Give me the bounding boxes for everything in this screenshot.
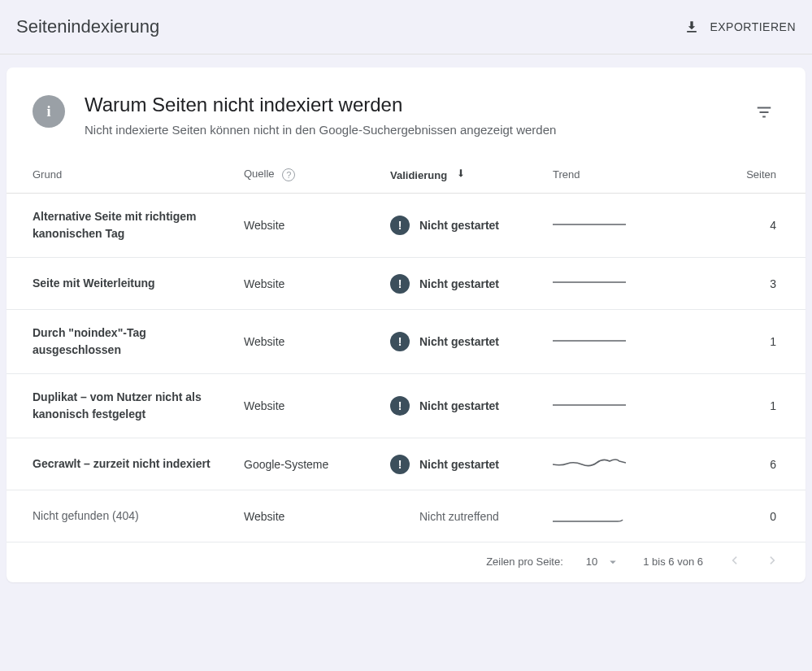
trend-sparkline xyxy=(543,438,673,490)
card-subtitle: Nicht indexierte Seiten können nicht in … xyxy=(85,123,729,137)
validation-label: Nicht zutreffend xyxy=(390,510,533,523)
exclamation-icon: ! xyxy=(390,332,410,351)
col-validation[interactable]: Validierung xyxy=(380,156,543,194)
source-text: Website xyxy=(234,194,380,258)
reasons-table: Grund Quelle ? Validierung Trend Seiten … xyxy=(7,156,805,542)
info-icon: i xyxy=(33,95,65,128)
validation-label: Nicht gestartet xyxy=(419,458,499,471)
trend-sparkline xyxy=(543,258,673,310)
exclamation-icon: ! xyxy=(390,216,410,235)
validation-cell: !Nicht gestartet xyxy=(390,216,533,235)
reason-text: Gecrawlt – zurzeit nicht indexiert xyxy=(33,455,219,473)
validation-cell: !Nicht gestartet xyxy=(390,332,533,351)
card-title: Warum Seiten nicht indexiert werden xyxy=(85,94,729,116)
validation-cell: !Nicht gestartet xyxy=(390,396,533,416)
pages-count: 1 xyxy=(673,310,805,374)
card-header: i Warum Seiten nicht indexiert werden Ni… xyxy=(7,68,805,156)
indexing-reasons-card: i Warum Seiten nicht indexiert werden Ni… xyxy=(7,68,805,582)
table-row[interactable]: Nicht gefunden (404)WebsiteNicht zutreff… xyxy=(7,490,805,542)
export-button[interactable]: EXPORTIEREN xyxy=(684,19,796,35)
pages-count: 3 xyxy=(673,258,805,310)
pages-count: 6 xyxy=(673,438,805,490)
chevron-right-icon xyxy=(765,552,781,569)
filter-button[interactable] xyxy=(749,97,779,131)
trend-sparkline xyxy=(543,490,673,542)
download-icon xyxy=(684,19,700,35)
export-label: EXPORTIEREN xyxy=(710,20,796,33)
validation-label: Nicht gestartet xyxy=(419,335,499,348)
col-reason[interactable]: Grund xyxy=(7,156,234,194)
col-source[interactable]: Quelle ? xyxy=(234,156,380,194)
reason-text: Seite mit Weiterleitung xyxy=(33,275,219,292)
source-text: Google-Systeme xyxy=(234,438,380,490)
pages-count: 4 xyxy=(673,194,805,258)
col-trend: Trend xyxy=(543,156,673,194)
col-pages[interactable]: Seiten xyxy=(673,156,805,194)
table-row[interactable]: Seite mit WeiterleitungWebsite!Nicht ges… xyxy=(7,258,805,310)
trend-sparkline xyxy=(543,194,673,258)
filter-icon xyxy=(755,103,773,121)
pages-count: 1 xyxy=(673,374,805,438)
table-row[interactable]: Alternative Seite mit richtigem kanonisc… xyxy=(7,194,805,258)
table-row[interactable]: Durch "noindex"-Tag ausgeschlossenWebsit… xyxy=(7,310,805,374)
trend-sparkline xyxy=(543,374,673,438)
pagination-range: 1 bis 6 von 6 xyxy=(643,556,703,568)
pages-count: 0 xyxy=(673,490,805,542)
rows-per-page-label: Zeilen pro Seite: xyxy=(486,556,563,568)
source-text: Website xyxy=(234,490,380,542)
reason-text: Alternative Seite mit richtigem kanonisc… xyxy=(33,208,219,242)
source-text: Website xyxy=(234,258,380,310)
help-icon[interactable]: ? xyxy=(282,168,295,181)
prev-page-button[interactable] xyxy=(726,552,742,571)
reason-text: Nicht gefunden (404) xyxy=(33,508,219,525)
exclamation-icon: ! xyxy=(390,455,410,474)
validation-label: Nicht gestartet xyxy=(419,399,499,412)
reason-text: Duplikat – vom Nutzer nicht als kanonisc… xyxy=(33,389,219,423)
reason-text: Durch "noindex"-Tag ausgeschlossen xyxy=(33,325,219,359)
rows-per-page-value: 10 xyxy=(586,556,597,568)
table-header-row: Grund Quelle ? Validierung Trend Seiten xyxy=(7,156,805,194)
validation-label: Nicht gestartet xyxy=(419,277,499,290)
exclamation-icon: ! xyxy=(390,274,410,294)
source-text: Website xyxy=(234,374,380,438)
validation-cell: !Nicht gestartet xyxy=(390,274,533,294)
exclamation-icon: ! xyxy=(390,396,410,416)
next-page-button[interactable] xyxy=(765,552,781,571)
page-title: Seitenindexierung xyxy=(16,16,159,37)
pagination: Zeilen pro Seite: 10 1 bis 6 von 6 xyxy=(7,542,805,576)
validation-cell: !Nicht gestartet xyxy=(390,455,533,474)
topbar: Seitenindexierung EXPORTIEREN xyxy=(0,0,812,54)
validation-label: Nicht gestartet xyxy=(419,219,499,232)
table-row[interactable]: Duplikat – vom Nutzer nicht als kanonisc… xyxy=(7,374,805,438)
sort-desc-icon xyxy=(455,168,467,179)
rows-per-page-select[interactable]: 10 xyxy=(586,555,620,569)
source-text: Website xyxy=(234,310,380,374)
trend-sparkline xyxy=(543,310,673,374)
table-row[interactable]: Gecrawlt – zurzeit nicht indexiertGoogle… xyxy=(7,438,805,490)
chevron-left-icon xyxy=(726,552,742,569)
chevron-down-icon xyxy=(606,555,620,569)
